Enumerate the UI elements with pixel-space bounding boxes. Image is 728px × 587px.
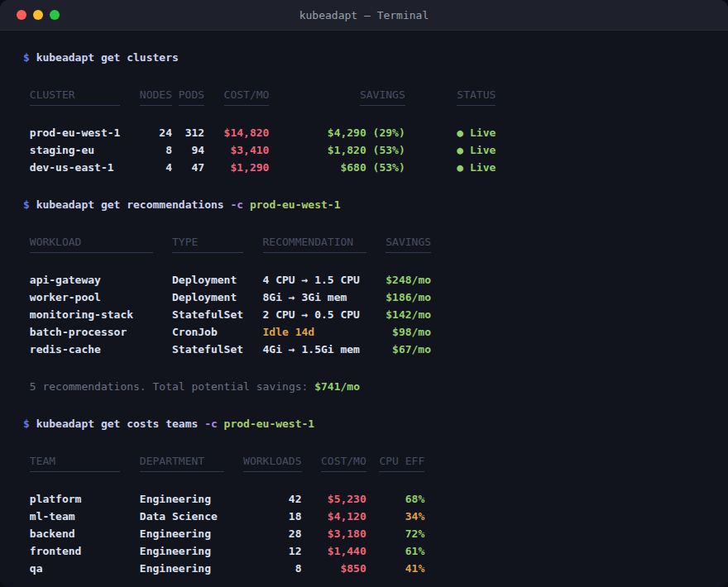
command-flag: -c bbox=[230, 196, 243, 213]
team-name: qa bbox=[30, 560, 140, 577]
table-row: batch-processor CronJob Idle 14d $98/mo bbox=[30, 323, 705, 341]
col-header-savings: SAVINGS bbox=[386, 233, 431, 251]
summary-total-savings: $741/mo bbox=[314, 380, 360, 393]
team-name: platform bbox=[30, 490, 140, 508]
nodes-value: 4 bbox=[140, 159, 172, 176]
col-header-nodes: NODES bbox=[140, 86, 172, 103]
department-name: Engineering bbox=[140, 560, 243, 577]
clusters-table: CLUSTER NODES PODS COST/MO SAVINGS STATU… bbox=[23, 86, 705, 176]
workload-name: redis-cache bbox=[30, 341, 172, 358]
window-title: kubeadapt — Terminal bbox=[0, 9, 728, 21]
workloads-count: 42 bbox=[243, 490, 301, 508]
status-label: Live bbox=[470, 126, 496, 139]
shell-prompt: $ bbox=[23, 196, 30, 213]
terminal-window: kubeadapt — Terminal $ kubeadapt get clu… bbox=[0, 0, 728, 587]
workload-name: monitoring-stack bbox=[30, 306, 172, 323]
department-name: Engineering bbox=[140, 525, 243, 542]
cpu-efficiency-value: 68% bbox=[366, 490, 424, 508]
clusters-table-rows: prod-eu-west-1 24 312 $14,820 $4,290 (29… bbox=[30, 124, 705, 176]
pods-value: 312 bbox=[172, 124, 204, 141]
command-line-recommendations: $ kubeadapt get recommendations -c prod-… bbox=[23, 196, 705, 213]
col-header-status: STATUS bbox=[457, 86, 705, 103]
cluster-name: staging-eu bbox=[30, 141, 140, 159]
header-underline bbox=[30, 251, 705, 258]
cost-value: $1,290 bbox=[204, 159, 269, 176]
col-header-pods: PODS bbox=[172, 86, 204, 103]
team-name: frontend bbox=[30, 542, 140, 560]
recommendation-idle-warning: Idle 14d bbox=[263, 323, 386, 341]
clusters-table-header: CLUSTER NODES PODS COST/MO SAVINGS STATU… bbox=[30, 86, 705, 103]
command-argument: prod-eu-west-1 bbox=[224, 415, 315, 432]
table-row: ml-team Data Science 18 $4,120 34% bbox=[30, 508, 705, 525]
workload-type: Deployment bbox=[172, 289, 263, 306]
team-name: ml-team bbox=[30, 508, 140, 525]
command-text: kubeadapt get clusters bbox=[36, 49, 179, 66]
cost-value: $3,410 bbox=[204, 141, 269, 159]
cost-value: $4,120 bbox=[302, 508, 366, 525]
table-row: qa Engineering 8 $850 41% bbox=[30, 560, 705, 577]
costs-table-rows: platform Engineering 42 $5,230 68% ml-te… bbox=[30, 490, 705, 577]
live-status-dot: ● bbox=[457, 144, 463, 156]
savings-value: $4,290 (29%) bbox=[269, 124, 405, 141]
workload-type: StatefulSet bbox=[172, 341, 263, 358]
workload-name: api-gateway bbox=[30, 271, 172, 289]
cost-value: $5,230 bbox=[302, 490, 366, 508]
recommendations-table-rows: api-gateway Deployment 4 CPU → 1.5 CPU $… bbox=[30, 271, 705, 358]
workloads-count: 18 bbox=[243, 508, 301, 525]
cluster-name: prod-eu-west-1 bbox=[30, 124, 140, 141]
team-name: backend bbox=[30, 525, 140, 542]
nodes-value: 24 bbox=[140, 124, 172, 141]
col-header-cluster: CLUSTER bbox=[30, 86, 140, 103]
workloads-count: 12 bbox=[243, 542, 301, 560]
command-line-costs: $ kubeadapt get costs teams -c prod-eu-w… bbox=[23, 415, 705, 432]
col-header-savings: SAVINGS bbox=[269, 86, 405, 103]
cpu-efficiency-value: 34% bbox=[366, 508, 424, 525]
col-header-recommendation: RECOMMENDATION bbox=[263, 233, 386, 251]
status-label: Live bbox=[470, 144, 496, 156]
recommendation-text: 4Gi → 1.5Gi mem bbox=[263, 341, 386, 358]
department-name: Engineering bbox=[140, 490, 243, 508]
terminal-content: $ kubeadapt get clusters CLUSTER NODES P… bbox=[0, 31, 728, 587]
command-line-clusters: $ kubeadapt get clusters bbox=[23, 49, 705, 66]
cpu-efficiency-value: 61% bbox=[366, 542, 424, 560]
savings-value: $1,820 (53%) bbox=[269, 141, 405, 159]
savings-value: $248/mo bbox=[386, 271, 431, 289]
recommendations-table-header: WORKLOAD TYPE RECOMMENDATION SAVINGS bbox=[30, 233, 705, 251]
live-status-dot: ● bbox=[457, 161, 463, 174]
pods-value: 94 bbox=[172, 141, 204, 159]
department-name: Data Science bbox=[140, 508, 243, 525]
cluster-name: dev-us-east-1 bbox=[30, 159, 140, 176]
workload-type: CronJob bbox=[172, 323, 263, 341]
col-header-workload: WORKLOAD bbox=[30, 233, 172, 251]
table-row: backend Engineering 28 $3,180 72% bbox=[30, 525, 705, 542]
department-name: Engineering bbox=[140, 542, 243, 560]
table-row: platform Engineering 42 $5,230 68% bbox=[30, 490, 705, 508]
savings-value: $98/mo bbox=[386, 323, 431, 341]
workload-name: worker-pool bbox=[30, 289, 172, 306]
cpu-efficiency-value: 72% bbox=[366, 525, 424, 542]
col-header-department: DEPARTMENT bbox=[140, 452, 243, 470]
table-row: monitoring-stack StatefulSet 2 CPU → 0.5… bbox=[30, 306, 705, 323]
recommendations-table: WORKLOAD TYPE RECOMMENDATION SAVINGS api… bbox=[23, 233, 705, 358]
cpu-efficiency-value: 41% bbox=[366, 560, 424, 577]
title-bar: kubeadapt — Terminal bbox=[0, 0, 728, 31]
command-text: kubeadapt get recommendations bbox=[36, 196, 224, 213]
workload-type: Deployment bbox=[172, 271, 263, 289]
table-row: worker-pool Deployment 8Gi → 3Gi mem $18… bbox=[30, 289, 705, 306]
col-header-cpu-eff: CPU EFF bbox=[366, 452, 424, 470]
savings-value: $186/mo bbox=[386, 289, 431, 306]
table-row: dev-us-east-1 4 47 $1,290 $680 (53%) ●Li… bbox=[30, 159, 705, 176]
recommendations-summary: 5 recommendations. Total potential savin… bbox=[23, 378, 705, 395]
col-header-cost: COST/MO bbox=[204, 86, 269, 103]
col-header-type: TYPE bbox=[172, 233, 263, 251]
col-header-cost: COST/MO bbox=[302, 452, 366, 470]
workload-name: batch-processor bbox=[30, 323, 172, 341]
cost-value: $3,180 bbox=[302, 525, 366, 542]
shell-prompt: $ bbox=[23, 49, 30, 66]
command-flag: -c bbox=[204, 415, 218, 432]
command-text: kubeadapt get costs teams bbox=[36, 415, 199, 432]
header-underline bbox=[30, 470, 705, 477]
cost-value: $1,440 bbox=[302, 542, 366, 560]
recommendation-text: 4 CPU → 1.5 CPU bbox=[263, 271, 386, 289]
cost-value: $14,820 bbox=[204, 124, 269, 141]
